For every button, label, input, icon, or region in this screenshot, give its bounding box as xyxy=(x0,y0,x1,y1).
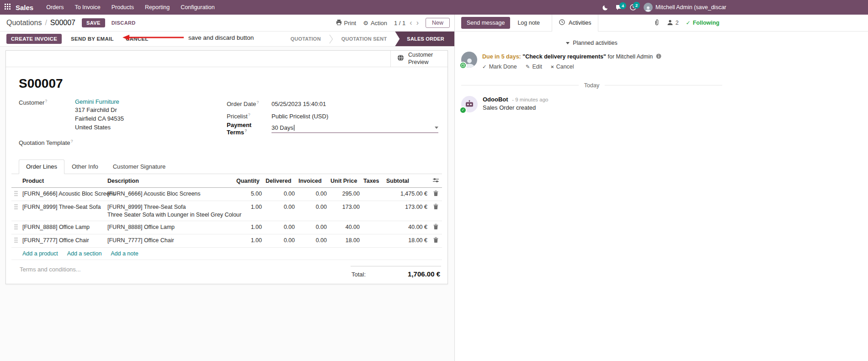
tab-order-lines[interactable]: Order Lines xyxy=(19,159,64,174)
cell-product[interactable]: [FURN_6666] Acoustic Bloc Screens xyxy=(21,187,106,201)
cell-description[interactable]: [FURN_6666] Acoustic Bloc Screens xyxy=(106,187,234,201)
stage-sales-order[interactable]: SALES ORDER xyxy=(395,32,454,46)
customer-preview-button[interactable]: Customer Preview xyxy=(390,51,447,67)
pager-next-icon[interactable]: › xyxy=(416,19,419,27)
cell-delivered[interactable]: 0.00 xyxy=(264,234,297,247)
dark-mode-moon-icon[interactable] xyxy=(602,5,608,11)
cell-description[interactable]: [FURN_8888] Office Lamp xyxy=(106,221,234,234)
menu-orders[interactable]: Orders xyxy=(41,0,69,15)
cell-quantity[interactable]: 1.00 xyxy=(234,234,264,247)
add-note-link[interactable]: Add a note xyxy=(111,250,138,257)
delete-line-icon[interactable] xyxy=(429,221,442,234)
log-note-button[interactable]: Log note xyxy=(512,17,545,29)
activities-tab[interactable]: Activities xyxy=(552,15,598,32)
cell-taxes[interactable] xyxy=(362,187,384,201)
cell-description[interactable]: [FURN_7777] Office Chair xyxy=(106,234,234,247)
cell-taxes[interactable] xyxy=(362,221,384,234)
col-taxes[interactable]: Taxes xyxy=(362,175,384,188)
breadcrumb-quotations[interactable]: Quotations xyxy=(6,19,42,27)
cell-invoiced[interactable]: 0.00 xyxy=(297,234,329,247)
action-button[interactable]: ⚙ Action xyxy=(363,20,387,27)
terms-placeholder[interactable]: Terms and conditions... xyxy=(20,266,81,273)
apps-menu-button[interactable] xyxy=(0,0,15,15)
add-product-link[interactable]: Add a product xyxy=(22,250,58,257)
order-date-value[interactable]: 05/25/2023 15:40:01 xyxy=(272,101,326,107)
delete-line-icon[interactable] xyxy=(429,201,442,221)
cell-unit-price[interactable]: 295.00 xyxy=(329,187,362,201)
send-message-button[interactable]: Send message xyxy=(461,17,510,29)
send-by-email-button[interactable]: SEND BY EMAIL xyxy=(68,34,117,44)
user-name: Mitchell Admin (save_discar xyxy=(655,4,726,11)
cell-description[interactable]: [FURN_8999] Three-Seat Sofa Three Seater… xyxy=(106,201,234,221)
cancel-button[interactable]: CANCEL xyxy=(123,34,151,44)
planned-activities-header[interactable]: Planned activities xyxy=(461,40,722,46)
cell-taxes[interactable] xyxy=(362,234,384,247)
followers-button[interactable]: 2 xyxy=(667,20,679,27)
following-button[interactable]: ✓ Following xyxy=(686,20,719,26)
tab-other-info[interactable]: Other Info xyxy=(64,159,106,174)
cell-delivered[interactable]: 0.00 xyxy=(264,221,297,234)
cell-unit-price[interactable]: 40.00 xyxy=(329,221,362,234)
tab-customer-signature[interactable]: Customer Signature xyxy=(106,159,173,174)
cancel-activity-button[interactable]: × Cancel xyxy=(551,64,574,70)
col-description[interactable]: Description xyxy=(106,175,234,188)
edit-activity-button[interactable]: ✎ Edit xyxy=(526,64,542,70)
dropdown-caret-icon[interactable] xyxy=(435,127,438,129)
col-unit-price[interactable]: Unit Price xyxy=(329,175,362,188)
delete-line-icon[interactable] xyxy=(429,234,442,247)
cell-quantity[interactable]: 1.00 xyxy=(234,221,264,234)
drag-handle-icon[interactable] xyxy=(11,221,21,234)
activities-clock-icon[interactable]: 2 xyxy=(630,4,636,11)
messages-icon[interactable]: 4 xyxy=(616,5,623,11)
user-menu[interactable]: Mitchell Admin (save_discar xyxy=(644,3,726,12)
mark-done-button[interactable]: ✓ Mark Done xyxy=(482,64,517,70)
add-section-link[interactable]: Add a section xyxy=(67,250,102,257)
breadcrumb-separator: / xyxy=(45,19,47,27)
cell-unit-price[interactable]: 173.00 xyxy=(329,201,362,221)
col-product[interactable]: Product xyxy=(21,175,106,188)
discard-button[interactable]: DISCARD xyxy=(112,20,136,26)
save-button[interactable]: SAVE xyxy=(82,18,105,27)
delete-line-icon[interactable] xyxy=(429,187,442,201)
optional-columns-icon[interactable] xyxy=(429,175,442,188)
menu-configuration[interactable]: Configuration xyxy=(175,0,220,15)
cell-delivered[interactable]: 0.00 xyxy=(264,201,297,221)
cell-quantity[interactable]: 5.00 xyxy=(234,187,264,201)
col-invoiced[interactable]: Invoiced xyxy=(297,175,329,188)
stage-quotation[interactable]: QUOTATION xyxy=(282,32,329,46)
cell-product[interactable]: [FURN_8888] Office Lamp xyxy=(21,221,106,234)
payment-terms-input[interactable]: 30 Days xyxy=(272,124,438,133)
customer-link[interactable]: Gemini Furniture xyxy=(75,98,119,105)
order-line-row[interactable]: [FURN_6666] Acoustic Bloc Screens [FURN_… xyxy=(11,187,442,201)
info-icon[interactable] xyxy=(656,54,661,60)
cell-delivered[interactable]: 0.00 xyxy=(264,187,297,201)
col-delivered[interactable]: Delivered xyxy=(264,175,297,188)
order-line-row[interactable]: [FURN_8888] Office Lamp [FURN_8888] Offi… xyxy=(11,221,442,234)
paperclip-icon[interactable] xyxy=(654,19,660,27)
cell-invoiced[interactable]: 0.00 xyxy=(297,201,329,221)
cell-invoiced[interactable]: 0.00 xyxy=(297,187,329,201)
cell-taxes[interactable] xyxy=(362,201,384,221)
col-quantity[interactable]: Quantity xyxy=(234,175,264,188)
pricelist-value[interactable]: Public Pricelist (USD) xyxy=(272,113,328,120)
drag-handle-icon[interactable] xyxy=(11,234,21,247)
menu-products[interactable]: Products xyxy=(106,0,139,15)
create-invoice-button[interactable]: CREATE INVOICE xyxy=(6,34,62,44)
order-line-row[interactable]: [FURN_8999] Three-Seat Sofa [FURN_8999] … xyxy=(11,201,442,221)
cell-product[interactable]: [FURN_7777] Office Chair xyxy=(21,234,106,247)
cell-invoiced[interactable]: 0.00 xyxy=(297,221,329,234)
drag-handle-icon[interactable] xyxy=(11,187,21,201)
message-author[interactable]: OdooBot xyxy=(483,96,508,103)
stage-quotation-sent[interactable]: QUOTATION SENT xyxy=(333,32,395,46)
pager-previous-icon[interactable]: ‹ xyxy=(410,19,412,27)
drag-handle-icon[interactable] xyxy=(11,201,21,221)
print-button[interactable]: Print xyxy=(336,20,357,27)
cell-unit-price[interactable]: 18.00 xyxy=(329,234,362,247)
menu-reporting[interactable]: Reporting xyxy=(139,0,175,15)
cell-product[interactable]: [FURN_8999] Three-Seat Sofa xyxy=(21,201,106,221)
new-button[interactable]: New xyxy=(426,18,450,28)
order-line-row[interactable]: [FURN_7777] Office Chair [FURN_7777] Off… xyxy=(11,234,442,247)
col-subtotal[interactable]: Subtotal xyxy=(384,175,429,188)
menu-to-invoice[interactable]: To Invoice xyxy=(69,0,106,15)
app-name[interactable]: Sales xyxy=(16,4,33,11)
